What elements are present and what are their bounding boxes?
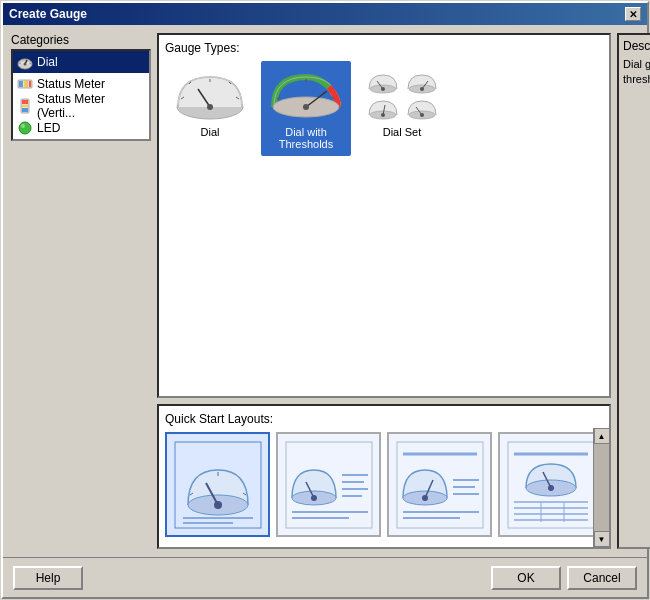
- svg-point-15: [19, 122, 31, 134]
- status-meter-verti-icon: [17, 98, 33, 114]
- svg-rect-12: [22, 108, 28, 112]
- quick-start-section: Quick Start Layouts:: [157, 404, 611, 549]
- quick-start-grid: [165, 432, 603, 542]
- svg-point-39: [381, 113, 385, 117]
- dial-preview-svg: [173, 69, 248, 121]
- svg-rect-14: [22, 100, 28, 104]
- layout-3-svg: [395, 440, 485, 530]
- layout-item-4[interactable]: [498, 432, 603, 537]
- svg-rect-8: [29, 81, 31, 87]
- gauge-type-dial[interactable]: Dial: [165, 61, 255, 156]
- dialog-title: Create Gauge: [9, 7, 87, 21]
- scroll-down-btn[interactable]: ▼: [594, 531, 610, 547]
- gauge-type-dial-label: Dial: [201, 126, 220, 138]
- svg-point-16: [21, 124, 25, 128]
- panel-wrapper: Gauge Types:: [157, 33, 650, 549]
- svg-rect-7: [24, 81, 28, 87]
- layout-item-2[interactable]: [276, 432, 381, 537]
- description-label: Description: [623, 39, 650, 53]
- gauge-types-grid: Dial: [165, 61, 603, 156]
- led-icon: [17, 120, 33, 136]
- gauge-type-dial-set[interactable]: Dial Set: [357, 61, 447, 156]
- dial-set-thumb: [362, 67, 442, 122]
- svg-point-33: [381, 87, 385, 91]
- dial-icon: [17, 54, 33, 70]
- svg-rect-13: [22, 105, 28, 107]
- quick-start-scrollbar[interactable]: ▲ ▼: [593, 428, 609, 547]
- svg-point-30: [303, 104, 309, 110]
- gauge-type-dial-set-label: Dial Set: [383, 126, 422, 138]
- cancel-button[interactable]: Cancel: [567, 566, 637, 590]
- svg-point-46: [214, 501, 222, 509]
- category-label-led: LED: [37, 121, 60, 135]
- gauge-types-section: Gauge Types:: [157, 33, 611, 398]
- gauge-type-thresholds-label: Dial with Thresholds: [267, 126, 345, 150]
- svg-point-76: [548, 485, 554, 491]
- layout-item-3[interactable]: [387, 432, 492, 537]
- svg-point-42: [420, 113, 424, 117]
- scroll-up-btn[interactable]: ▲: [594, 428, 610, 444]
- svg-point-2: [24, 63, 27, 66]
- layout-1-svg: [173, 440, 263, 530]
- dial-set-preview-svg: [365, 69, 440, 121]
- category-item-led[interactable]: LED: [13, 117, 149, 139]
- dial-thresholds-preview-svg: [269, 69, 344, 121]
- create-gauge-dialog: Create Gauge ✕ Categories: [1, 1, 649, 599]
- ok-button[interactable]: OK: [491, 566, 561, 590]
- dial-thumb: [170, 67, 250, 122]
- description-text: Dial gauge with thresholds.: [623, 57, 650, 88]
- main-panel: Gauge Types:: [157, 33, 611, 549]
- categories-wrapper: Categories Dial: [11, 33, 151, 549]
- gauge-type-dial-with-thresholds[interactable]: Dial with Thresholds: [261, 61, 351, 156]
- category-item-status-meter-verti[interactable]: Status Meter (Verti...: [13, 95, 149, 117]
- dialog-content: Categories Dial: [3, 25, 647, 557]
- svg-rect-6: [19, 81, 23, 87]
- category-label-status-meter-verti: Status Meter (Verti...: [37, 92, 145, 120]
- description-panel: Description Dial gauge with thresholds.: [617, 33, 650, 549]
- quick-start-label: Quick Start Layouts:: [165, 412, 603, 426]
- categories-label: Categories: [11, 33, 151, 49]
- categories-panel: Dial Status Meter: [11, 49, 151, 141]
- svg-point-24: [207, 104, 213, 110]
- help-button[interactable]: Help: [13, 566, 83, 590]
- svg-point-36: [420, 87, 424, 91]
- footer-right-buttons: OK Cancel: [491, 566, 637, 590]
- svg-point-55: [311, 495, 317, 501]
- title-bar: Create Gauge ✕: [3, 3, 647, 25]
- category-label-dial: Dial: [37, 55, 58, 69]
- close-button[interactable]: ✕: [625, 7, 641, 21]
- layout-item-1[interactable]: [165, 432, 270, 537]
- layout-2-svg: [284, 440, 374, 530]
- dial-thresholds-thumb: [266, 67, 346, 122]
- status-meter-icon: [17, 76, 33, 92]
- scroll-track: [594, 444, 609, 531]
- gauge-types-label: Gauge Types:: [165, 41, 603, 55]
- svg-point-66: [422, 495, 428, 501]
- category-item-dial[interactable]: Dial: [13, 51, 149, 73]
- title-bar-buttons: ✕: [625, 7, 641, 21]
- layout-4-svg: [506, 440, 596, 530]
- dialog-footer: Help OK Cancel: [3, 557, 647, 597]
- category-label-status-meter: Status Meter: [37, 77, 105, 91]
